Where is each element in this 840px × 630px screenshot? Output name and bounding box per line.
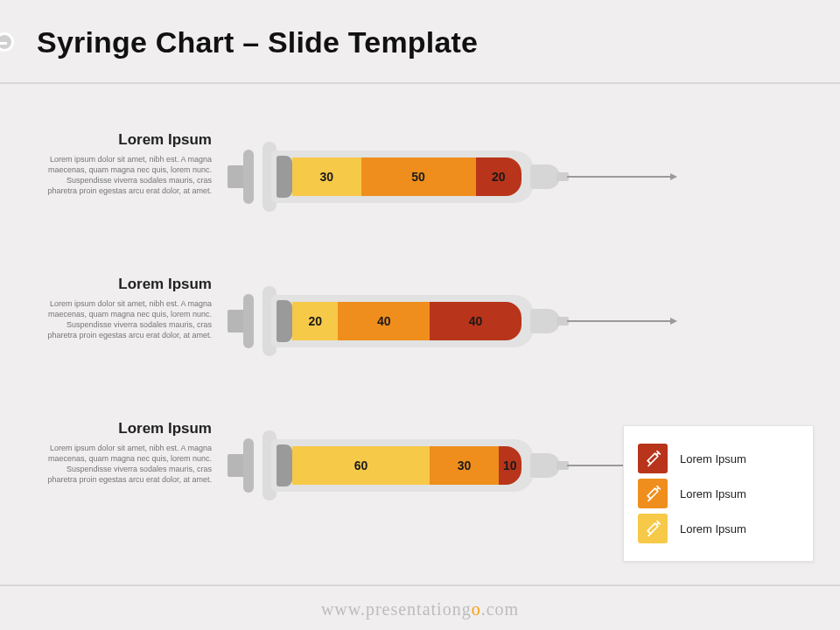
legend-item: Lorem Ipsum: [638, 444, 799, 473]
syringe-chart: 204040: [228, 281, 682, 361]
footer-divider: [0, 584, 840, 586]
syringe-plunger-flange: [243, 438, 254, 493]
page-title: Syringe Chart – Slide Template: [37, 25, 478, 60]
row-body: Lorem ipsum dolor sit amet, nibh est. A …: [35, 298, 212, 341]
footer-text-a: www.presentationg: [321, 599, 472, 619]
slide: Syringe Chart – Slide Template Lorem Ips…: [0, 0, 840, 630]
syringe-segments: 204040: [292, 302, 522, 340]
row-heading: Lorem Ipsum: [35, 131, 212, 149]
syringe-icon: [638, 479, 668, 508]
row-body: Lorem ipsum dolor sit amet, nibh est. A …: [35, 443, 212, 486]
bar-segment: 50: [361, 158, 476, 196]
syringe-chart: 305020: [228, 136, 682, 217]
legend-item: Lorem Ipsum: [638, 514, 799, 543]
legend-label: Lorem Ipsum: [680, 487, 746, 500]
syringe-plunger-flange: [243, 150, 254, 204]
row-description: Lorem IpsumLorem ipsum dolor sit amet, n…: [35, 131, 228, 197]
syringe-icon: [638, 444, 668, 473]
footer-text-o: o: [472, 599, 481, 619]
syringe-plunger-head: [276, 156, 292, 198]
syringe-tip: [530, 164, 560, 189]
row-heading: Lorem Ipsum: [35, 420, 212, 438]
row-description: Lorem IpsumLorem ipsum dolor sit amet, n…: [35, 420, 228, 486]
bar-segment: 40: [430, 302, 522, 340]
bar-segment: 60: [292, 446, 430, 485]
syringe-plunger-flange: [243, 294, 254, 348]
syringe-needle-icon: [567, 320, 672, 322]
syringe-segments: 305020: [292, 158, 522, 196]
legend: Lorem IpsumLorem IpsumLorem Ipsum: [623, 425, 814, 562]
bar-segment: 40: [338, 302, 430, 340]
bar-segment: 20: [476, 158, 522, 196]
row-body: Lorem ipsum dolor sit amet, nibh est. A …: [35, 154, 212, 197]
legend-label: Lorem Ipsum: [680, 452, 746, 466]
chart-row: Lorem IpsumLorem ipsum dolor sit amet, n…: [35, 276, 805, 420]
syringe-icon: [638, 514, 668, 543]
syringe-tip: [530, 309, 560, 333]
row-description: Lorem IpsumLorem ipsum dolor sit amet, n…: [35, 276, 228, 341]
header: Syringe Chart – Slide Template: [0, 16, 478, 68]
bar-segment: 30: [292, 158, 361, 196]
syringe-needle-icon: [567, 176, 672, 178]
header-line: [0, 42, 7, 45]
footer: www.presentationgo.com: [0, 599, 840, 620]
legend-label: Lorem Ipsum: [680, 522, 746, 536]
row-heading: Lorem Ipsum: [35, 276, 212, 293]
chart-row: Lorem IpsumLorem ipsum dolor sit amet, n…: [35, 131, 805, 276]
header-divider: [0, 82, 840, 84]
syringe-tip: [530, 453, 560, 478]
bar-segment: 30: [430, 446, 499, 485]
syringe-segments: 603010: [292, 446, 522, 485]
legend-item: Lorem Ipsum: [638, 479, 799, 508]
syringe-chart: 603010: [228, 425, 682, 506]
syringe-plunger-head: [276, 444, 292, 486]
bar-segment: 20: [292, 302, 338, 340]
footer-text-b: .com: [481, 599, 519, 619]
syringe-plunger-head: [276, 300, 292, 342]
